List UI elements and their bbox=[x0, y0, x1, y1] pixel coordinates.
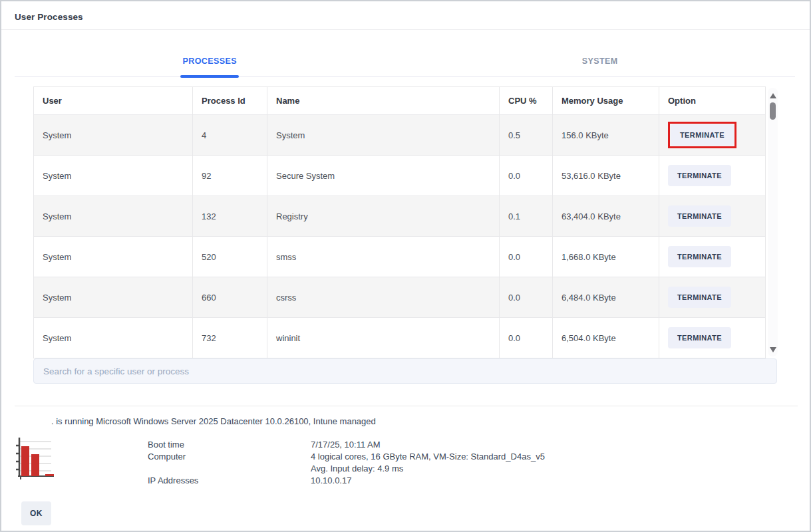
cell-user: System bbox=[34, 196, 193, 237]
terminate-button[interactable]: TERMINATE bbox=[668, 246, 731, 267]
cell-process-id: 660 bbox=[193, 277, 267, 318]
page-title: User Processes bbox=[15, 12, 83, 22]
cell-process-id: 732 bbox=[193, 318, 267, 358]
tab-processes-label: PROCESSES bbox=[183, 57, 237, 66]
cell-process-id: 92 bbox=[193, 156, 267, 196]
tab-processes[interactable]: PROCESSES bbox=[15, 47, 405, 76]
info-label bbox=[148, 463, 311, 475]
info-row: Computer 4 logical cores, 16 GByte RAM, … bbox=[148, 451, 545, 463]
cell-user: System bbox=[34, 318, 193, 358]
info-value: 7/17/25, 10:11 AM bbox=[311, 439, 381, 451]
table-row: System 732 wininit 0.0 6,504.0 KByte TER… bbox=[34, 318, 766, 358]
system-info-grid: Boot time 7/17/25, 10:11 AM Computer 4 l… bbox=[148, 439, 545, 487]
cell-cpu: 0.1 bbox=[500, 196, 553, 237]
cell-memory: 6,504.0 KByte bbox=[553, 318, 659, 358]
cell-name: smss bbox=[267, 237, 500, 277]
process-table: User Process Id Name CPU % Memory Usage … bbox=[33, 86, 766, 358]
scroll-up-arrow-icon[interactable] bbox=[770, 93, 776, 98]
column-header-memory: Memory Usage bbox=[553, 87, 659, 115]
bar-chart-icon bbox=[10, 435, 55, 481]
cell-process-id: 4 bbox=[193, 115, 267, 156]
table-row: System 132 Registry 0.1 63,404.0 KByte T… bbox=[34, 196, 766, 237]
ok-button[interactable]: OK bbox=[21, 501, 51, 525]
cell-name: System bbox=[267, 115, 500, 156]
info-row: Boot time 7/17/25, 10:11 AM bbox=[148, 439, 545, 451]
cell-user: System bbox=[34, 115, 193, 156]
cell-cpu: 0.0 bbox=[500, 277, 553, 318]
info-label: Boot time bbox=[148, 439, 311, 451]
column-header-name: Name bbox=[267, 87, 500, 115]
table-row: System 660 csrss 0.0 6,484.0 KByte TERMI… bbox=[34, 277, 766, 318]
terminate-button[interactable]: TERMINATE bbox=[668, 287, 731, 308]
cell-process-id: 132 bbox=[193, 196, 267, 237]
cell-name: wininit bbox=[267, 318, 500, 358]
cell-memory: 63,404.0 KByte bbox=[553, 196, 659, 237]
cell-user: System bbox=[34, 277, 193, 318]
info-row: IP Addresses 10.10.0.17 bbox=[148, 475, 545, 487]
info-value: 10.10.0.17 bbox=[311, 475, 351, 487]
cell-cpu: 0.0 bbox=[500, 318, 553, 358]
tab-system-label: SYSTEM bbox=[582, 57, 618, 66]
footer-divider bbox=[15, 406, 798, 406]
cell-memory: 156.0 KByte bbox=[553, 115, 659, 156]
table-header-row: User Process Id Name CPU % Memory Usage … bbox=[34, 87, 766, 115]
cell-user: System bbox=[34, 156, 193, 196]
table-row: System 520 smss 0.0 1,668.0 KByte TERMIN… bbox=[34, 237, 766, 277]
info-value: 4 logical cores, 16 GByte RAM, VM-Size: … bbox=[311, 451, 545, 463]
scrollbar-thumb[interactable] bbox=[770, 102, 776, 120]
title-divider bbox=[1, 29, 810, 30]
info-value: Avg. Input delay: 4.9 ms bbox=[311, 463, 403, 475]
search-input[interactable] bbox=[33, 358, 777, 384]
system-status-line: . is running Microsoft Windows Server 20… bbox=[51, 416, 376, 426]
cell-name: Secure System bbox=[267, 156, 500, 196]
table-row: System 4 System 0.5 156.0 KByte TERMINAT… bbox=[34, 115, 766, 156]
cell-cpu: 0.0 bbox=[500, 156, 553, 196]
column-header-option: Option bbox=[659, 87, 766, 115]
cell-cpu: 0.5 bbox=[500, 115, 553, 156]
active-tab-indicator bbox=[180, 75, 239, 78]
cell-memory: 6,484.0 KByte bbox=[553, 277, 659, 318]
terminate-button[interactable]: TERMINATE bbox=[668, 205, 731, 227]
terminate-button[interactable]: TERMINATE bbox=[668, 327, 731, 348]
cell-name: Registry bbox=[267, 196, 500, 237]
info-row: Avg. Input delay: 4.9 ms bbox=[148, 463, 545, 475]
cell-memory: 1,668.0 KByte bbox=[553, 237, 659, 277]
cell-memory: 53,616.0 KByte bbox=[553, 156, 659, 196]
column-header-cpu: CPU % bbox=[500, 87, 553, 115]
column-header-user: User bbox=[34, 87, 193, 115]
tab-system[interactable]: SYSTEM bbox=[405, 47, 796, 76]
info-label: IP Addresses bbox=[148, 475, 311, 487]
cell-user: System bbox=[34, 237, 193, 277]
user-processes-panel: User Processes PROCESSES SYSTEM User Pro… bbox=[0, 0, 811, 532]
table-row: System 92 Secure System 0.0 53,616.0 KBy… bbox=[34, 156, 766, 196]
cell-cpu: 0.0 bbox=[500, 237, 553, 277]
terminate-highlight-box: TERMINATE bbox=[668, 122, 736, 148]
cell-process-id: 520 bbox=[193, 237, 267, 277]
terminate-button[interactable]: TERMINATE bbox=[671, 124, 734, 146]
terminate-button[interactable]: TERMINATE bbox=[668, 165, 731, 186]
tab-bar: PROCESSES SYSTEM bbox=[15, 47, 795, 77]
cell-name: csrss bbox=[267, 277, 500, 318]
scroll-down-arrow-icon[interactable] bbox=[770, 347, 776, 352]
column-header-process-id: Process Id bbox=[193, 87, 267, 115]
info-label: Computer bbox=[148, 451, 311, 463]
table-scrollbar[interactable] bbox=[768, 88, 778, 356]
